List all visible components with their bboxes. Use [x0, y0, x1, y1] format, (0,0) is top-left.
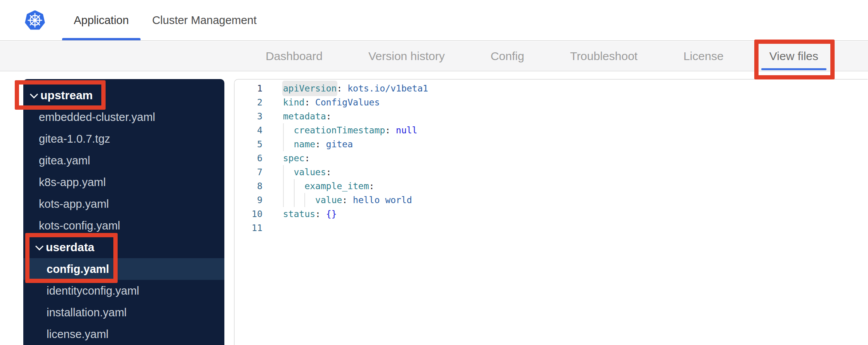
- yaml-value: null: [396, 123, 417, 137]
- chevron-down-icon[interactable]: [30, 90, 38, 98]
- tree-file-k8s-app-yaml[interactable]: k8s-app.yaml: [23, 171, 224, 193]
- indent-guide: [283, 137, 294, 151]
- code-line-5: 5 name: gitea: [234, 137, 868, 151]
- tree-item-label: userdata: [46, 241, 94, 254]
- tab-view-files[interactable]: View files: [769, 41, 818, 71]
- tree-item-label: gitea-1.0.7.tgz: [39, 133, 110, 145]
- code-content: metadata:: [283, 109, 337, 123]
- line-number: 1: [234, 81, 262, 95]
- header-tabs: Application Cluster Management: [62, 0, 268, 40]
- tree-folder-userdata[interactable]: userdata: [23, 236, 224, 258]
- code-content: apiVersion: kots.io/v1beta1: [283, 81, 428, 95]
- line-number: 5: [234, 137, 262, 151]
- line-number: 11: [234, 221, 262, 235]
- file-tree: upstream embedded-cluster.yaml gitea-1.0…: [23, 79, 224, 345]
- yaml-key: apiVersion: [283, 81, 337, 95]
- yaml-key: values: [294, 165, 326, 179]
- yaml-colon: :: [304, 151, 315, 165]
- yaml-value: {}: [326, 207, 337, 221]
- tab-config-label: Config: [491, 50, 524, 63]
- line-number: 3: [234, 109, 262, 123]
- tab-troubleshoot-label: Troubleshoot: [570, 50, 637, 63]
- kubernetes-logo-icon: [24, 10, 46, 30]
- tree-item-label: config.yaml: [47, 263, 109, 276]
- tab-license[interactable]: License: [683, 41, 723, 71]
- tree-file-installation-yaml[interactable]: installation.yaml: [23, 302, 224, 323]
- line-number: 6: [234, 151, 262, 165]
- line-number: 8: [234, 179, 262, 193]
- tab-version-history-label: Version history: [368, 50, 445, 63]
- tree-file-embedded-cluster-yaml[interactable]: embedded-cluster.yaml: [23, 106, 224, 128]
- active-tab-underline: [761, 68, 826, 70]
- app-subnav: Dashboard Version history Config Trouble…: [0, 41, 868, 71]
- yaml-colon: :: [385, 123, 396, 137]
- tab-view-files-label: View files: [769, 50, 818, 63]
- tab-dashboard[interactable]: Dashboard: [266, 41, 323, 71]
- yaml-colon: :: [326, 165, 337, 179]
- tab-license-label: License: [683, 50, 723, 63]
- line-number: 2: [234, 95, 262, 109]
- tree-file-gitea-yaml[interactable]: gitea.yaml: [23, 150, 224, 171]
- code-line-8: 8 example_item:: [234, 179, 868, 193]
- code-content: value: hello world: [283, 193, 412, 207]
- tree-file-gitea-tgz[interactable]: gitea-1.0.7.tgz: [23, 128, 224, 150]
- yaml-key: metadata: [283, 109, 326, 123]
- code-line-4: 4 creationTimestamp: null: [234, 123, 868, 137]
- code-line-10: 10 status: {}: [234, 207, 868, 221]
- tab-application-label: Application: [74, 14, 129, 27]
- chevron-down-icon[interactable]: [35, 242, 43, 250]
- code-line-2: 2 kind: ConfigValues: [234, 95, 868, 109]
- app-header: Application Cluster Management: [0, 0, 868, 41]
- line-number: 10: [234, 207, 262, 221]
- tab-cluster-management[interactable]: Cluster Management: [141, 0, 268, 40]
- tree-file-config-yaml[interactable]: config.yaml: [23, 258, 224, 280]
- tab-version-history[interactable]: Version history: [368, 41, 445, 71]
- yaml-key: creationTimestamp: [294, 123, 385, 137]
- indent-guide: [283, 165, 294, 179]
- code-content: creationTimestamp: null: [283, 123, 417, 137]
- tree-file-license-yaml[interactable]: license.yaml: [23, 323, 224, 345]
- code-line-9: 9 value: hello world: [234, 193, 868, 207]
- line-number: 7: [234, 165, 262, 179]
- tree-item-label: k8s-app.yaml: [39, 176, 106, 189]
- tree-item-label: embedded-cluster.yaml: [39, 111, 155, 124]
- line-number: 9: [234, 193, 262, 207]
- code-editor[interactable]: 1 apiVersion: kots.io/v1beta1 2 kind: Co…: [234, 79, 868, 345]
- tree-folder-upstream[interactable]: upstream: [23, 85, 224, 106]
- yaml-colon: :: [326, 109, 337, 123]
- yaml-value: gitea: [326, 137, 353, 151]
- tab-application[interactable]: Application: [62, 0, 141, 40]
- tree-item-label: identityconfig.yaml: [47, 285, 139, 297]
- yaml-colon: :: [342, 193, 353, 207]
- tree-item-label: kots-app.yaml: [39, 198, 109, 210]
- code-content: name: gitea: [283, 137, 353, 151]
- tab-troubleshoot[interactable]: Troubleshoot: [570, 41, 637, 71]
- yaml-key: value: [315, 193, 342, 207]
- tree-item-label: installation.yaml: [47, 306, 127, 319]
- code-content: kind: ConfigValues: [283, 95, 380, 109]
- line-number: 4: [234, 123, 262, 137]
- tab-dashboard-label: Dashboard: [266, 50, 323, 63]
- yaml-value: hello world: [353, 193, 412, 207]
- tree-file-identityconfig-yaml[interactable]: identityconfig.yaml: [23, 280, 224, 302]
- indent-guide: [283, 179, 304, 193]
- yaml-value: ConfigValues: [315, 95, 380, 109]
- code-content: status: {}: [283, 207, 337, 221]
- yaml-colon: :: [315, 137, 326, 151]
- tree-item-label: kots-config.yaml: [39, 219, 120, 232]
- yaml-colon: :: [315, 207, 326, 221]
- tree-file-kots-config-yaml[interactable]: kots-config.yaml: [23, 215, 224, 236]
- code-content: example_item:: [283, 179, 380, 193]
- indent-guide: [283, 123, 294, 137]
- active-tab-underline: [62, 38, 141, 40]
- tab-cluster-management-label: Cluster Management: [152, 14, 257, 27]
- yaml-colon: :: [369, 179, 380, 193]
- tab-config[interactable]: Config: [491, 41, 524, 71]
- yaml-key: name: [294, 137, 315, 151]
- yaml-key: kind: [283, 95, 304, 109]
- tree-file-kots-app-yaml[interactable]: kots-app.yaml: [23, 193, 224, 215]
- code-line-1: 1 apiVersion: kots.io/v1beta1: [234, 81, 868, 95]
- yaml-key: spec: [283, 151, 304, 165]
- yaml-value: kots.io/v1beta1: [347, 81, 428, 95]
- code-content: spec:: [283, 151, 315, 165]
